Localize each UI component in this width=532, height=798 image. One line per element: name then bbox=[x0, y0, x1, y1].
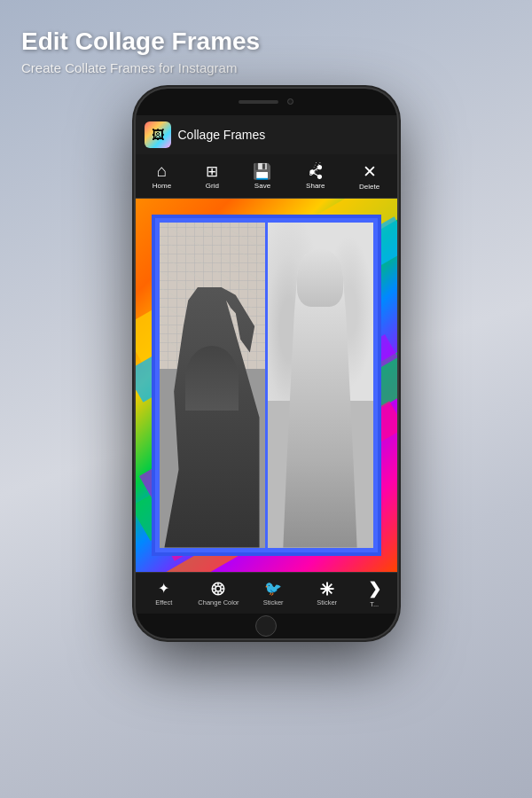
toolbar-save-label: Save bbox=[254, 182, 270, 190]
page: Edit Collage Frames Create Collate Frame… bbox=[0, 0, 532, 798]
sticker2-button[interactable]: Sticker bbox=[308, 581, 347, 606]
grid-icon: ⊞ bbox=[206, 162, 218, 181]
save-icon: 💾 bbox=[253, 162, 271, 181]
delete-icon: ✕ bbox=[363, 161, 377, 182]
blue-frame bbox=[152, 215, 381, 556]
sticker1-label: Sticker bbox=[263, 598, 284, 606]
toolbar-grid-label: Grid bbox=[206, 182, 219, 190]
phone-bottom-bar bbox=[136, 614, 397, 638]
toolbar-share-label: Share bbox=[306, 182, 325, 190]
effect-button[interactable]: ✦ Effect bbox=[145, 580, 184, 606]
app-title: Collage Frames bbox=[178, 128, 266, 142]
svg-line-9 bbox=[215, 591, 216, 592]
share-svg-icon bbox=[308, 165, 324, 179]
header-title: Edit Collage Frames bbox=[21, 27, 511, 57]
toolbar-home-button[interactable]: ⌂ Home bbox=[148, 159, 176, 192]
change-color-button[interactable]: Change Color bbox=[198, 581, 239, 606]
toolbar-home-label: Home bbox=[153, 182, 171, 190]
svg-line-7 bbox=[221, 591, 223, 592]
phone-camera bbox=[287, 98, 293, 105]
phone-speaker bbox=[239, 100, 278, 104]
more-button[interactable]: ❯ T... bbox=[361, 579, 387, 608]
svg-point-1 bbox=[215, 586, 221, 591]
bottom-bar: ✦ Effect bbox=[136, 572, 397, 614]
svg-point-10 bbox=[325, 587, 329, 591]
sticker2-label: Sticker bbox=[317, 598, 337, 606]
sticker1-button[interactable]: 🐦 Sticker bbox=[254, 580, 293, 606]
effect-icon: ✦ bbox=[158, 580, 169, 597]
toolbar-save-button[interactable]: 💾 Save bbox=[248, 160, 276, 192]
effect-label: Effect bbox=[155, 598, 172, 606]
app-header: 🖼 Collage Frames bbox=[136, 115, 397, 154]
more-arrow-icon: ❯ bbox=[368, 579, 381, 598]
change-color-label: Change Color bbox=[198, 598, 239, 606]
toolbar-grid-button[interactable]: ⊞ Grid bbox=[201, 160, 223, 192]
header-subtitle: Create Collate Frames for Instagram bbox=[21, 60, 511, 75]
home-button[interactable] bbox=[255, 615, 277, 637]
sticker2-icon bbox=[319, 581, 335, 597]
photo-slot-left[interactable] bbox=[160, 223, 265, 548]
change-color-icon bbox=[210, 581, 226, 597]
more-label: T... bbox=[370, 600, 379, 608]
photo-slot-right[interactable] bbox=[268, 223, 373, 548]
collage-area bbox=[136, 199, 397, 572]
app-icon: 🖼 bbox=[145, 121, 171, 148]
sticker1-icon: 🐦 bbox=[264, 580, 282, 597]
phone-top-bar bbox=[136, 89, 397, 115]
phone-screen: 🖼 Collage Frames ⌂ Home ⊞ Grid 💾 Save bbox=[136, 115, 397, 614]
toolbar-delete-label: Delete bbox=[359, 183, 379, 191]
home-icon: ⌂ bbox=[157, 161, 167, 181]
phone-device: 🖼 Collage Frames ⌂ Home ⊞ Grid 💾 Save bbox=[136, 89, 397, 638]
toolbar-share-button[interactable]: ☄ Share bbox=[301, 159, 329, 192]
svg-line-6 bbox=[215, 584, 216, 586]
toolbar: ⌂ Home ⊞ Grid 💾 Save ☄ Sha bbox=[136, 154, 397, 199]
header-section: Edit Collage Frames Create Collate Frame… bbox=[0, 0, 532, 89]
svg-line-8 bbox=[221, 584, 223, 586]
toolbar-delete-button[interactable]: ✕ Delete bbox=[355, 159, 384, 193]
